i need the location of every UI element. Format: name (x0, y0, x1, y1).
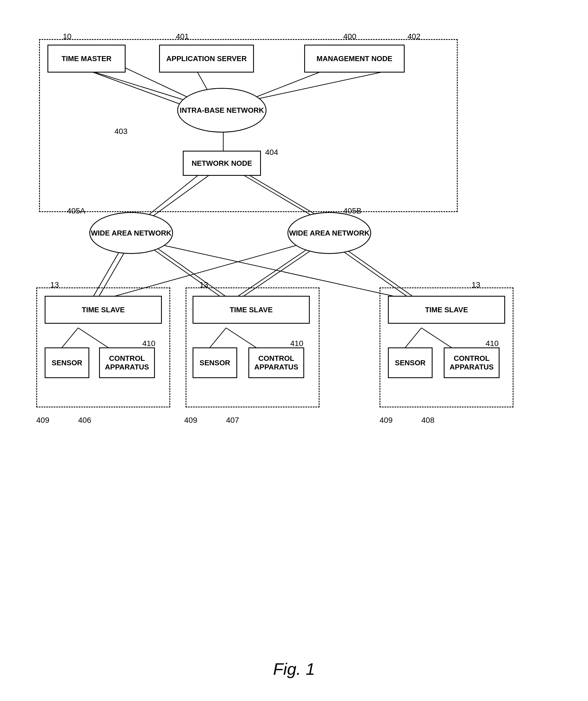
time-slave-mid-box: TIME SLAVE (193, 296, 310, 324)
ref-408: 408 (421, 416, 434, 425)
app-server-box: APPLICATION SERVER (159, 45, 254, 72)
time-slave-right-box: TIME SLAVE (388, 296, 505, 324)
ref-409-left: 409 (36, 416, 49, 425)
wan-right-ellipse: WIDE AREA NETWORK (287, 212, 371, 254)
intra-base-network-ellipse: INTRA-BASE NETWORK (177, 88, 266, 133)
ref-410-left: 410 (142, 339, 156, 348)
control-right-box: CONTROL APPARATUS (444, 347, 500, 378)
control-left-box: CONTROL APPARATUS (99, 347, 155, 378)
network-node-box: NETWORK NODE (183, 151, 261, 176)
sensor-mid-box: SENSOR (193, 347, 237, 378)
ref-410-mid: 410 (290, 339, 303, 348)
time-master-box: TIME MASTER (47, 45, 126, 72)
ref-405A: 405A (67, 207, 85, 215)
ref-409-right: 409 (380, 416, 393, 425)
ref-13-right: 13 (471, 280, 480, 289)
ref-410-right: 410 (485, 339, 499, 348)
ref-13-left: 13 (50, 280, 59, 289)
sensor-left-box: SENSOR (45, 347, 89, 378)
ref-409-mid: 409 (184, 416, 197, 425)
control-mid-box: CONTROL APPARATUS (248, 347, 304, 378)
diagram: 10 401 400 402 TIME MASTER APPLICATION S… (22, 17, 567, 603)
wan-left-ellipse: WIDE AREA NETWORK (89, 212, 173, 254)
time-slave-left-box: TIME SLAVE (45, 296, 162, 324)
management-node-box: MANAGEMENT NODE (304, 45, 405, 72)
sensor-right-box: SENSOR (388, 347, 432, 378)
ref-13-mid: 13 (200, 280, 208, 289)
figure-caption: Fig. 1 (273, 659, 315, 679)
ref-407: 407 (226, 416, 239, 425)
ref-404: 404 (265, 148, 278, 157)
ref-406: 406 (78, 416, 91, 425)
ref-403: 403 (115, 127, 128, 136)
